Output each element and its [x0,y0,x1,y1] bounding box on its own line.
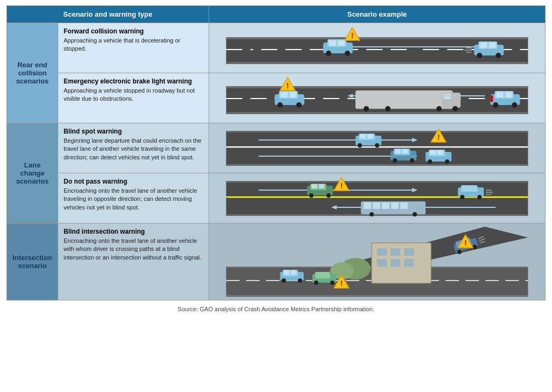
svg-point-34 [385,106,391,111]
svg-rect-49 [290,92,296,97]
svg-rect-123 [391,259,401,267]
svg-point-142 [314,281,319,285]
svg-point-23 [345,51,350,56]
header-col1: Scenario and warning type [7,6,209,23]
svg-point-50 [278,102,283,108]
svg-rect-76 [360,134,366,138]
svg-rect-28 [226,112,528,114]
forward-collision-title: Forward collision warning [64,27,203,35]
lane-change-label: Lane changescenarios [7,123,58,223]
svg-rect-77 [368,134,373,138]
svg-rect-27 [226,86,528,88]
svg-point-139 [298,278,302,283]
blind-intersection-title: Blind intersection warning [64,228,203,235]
svg-text:!: ! [437,133,440,142]
svg-point-138 [282,278,286,283]
svg-rect-84 [226,214,528,216]
svg-point-45 [512,102,518,108]
svg-rect-124 [404,259,414,267]
rear-end-label: Rear endcollisionscenarios [7,23,58,123]
svg-rect-141 [315,272,330,278]
svg-point-79 [375,143,380,148]
svg-rect-64 [430,150,436,155]
svg-rect-93 [382,202,390,209]
blind-spot-title: Blind spot warning [64,128,203,135]
svg-rect-95 [401,202,408,209]
svg-rect-1 [226,37,528,39]
svg-point-14 [496,53,501,58]
svg-point-66 [428,159,432,164]
svg-point-44 [493,102,499,108]
emergency-brake-title: Emergency electronic brake light warning [64,78,203,85]
svg-rect-12 [489,43,496,48]
svg-point-51 [296,102,302,108]
svg-rect-91 [364,202,371,209]
svg-point-143 [330,281,335,285]
source-note: Source: GAO analysis of Crash Avoidance … [6,306,546,312]
svg-rect-100 [312,184,318,188]
blind-spot-desc: Blind spot warning Beginning lane depart… [58,123,209,173]
blind-intersection-text: Encroaching onto the travel lane of anot… [64,237,203,262]
forward-collision-text: Approaching a vehicle that is decelerati… [64,37,203,53]
svg-rect-65 [438,150,443,155]
svg-point-97 [413,212,417,216]
svg-text:!: ! [464,239,467,247]
svg-text:!: ! [286,81,289,90]
svg-rect-41 [496,92,503,97]
svg-point-72 [393,158,397,163]
svg-point-13 [477,53,482,58]
blind-spot-text: Beginning lane departure that could encr… [64,137,203,162]
svg-rect-105 [461,185,478,192]
svg-rect-42 [506,92,512,97]
svg-rect-119 [377,248,387,256]
svg-text:!: ! [340,279,343,288]
svg-rect-94 [391,202,399,209]
svg-rect-121 [404,248,414,256]
blind-spot-scene: ! [209,123,546,173]
svg-point-33 [364,106,369,111]
svg-rect-136 [284,270,289,275]
svg-rect-122 [377,259,387,267]
svg-point-35 [437,106,442,111]
svg-point-78 [358,143,362,148]
svg-rect-55 [226,131,528,132]
svg-text:!: ! [351,31,354,40]
svg-rect-71 [403,149,408,153]
main-table: Scenario and warning type Scenario examp… [6,5,546,300]
svg-rect-21 [339,40,345,46]
do-not-pass-title: Do not pass warning [64,178,203,185]
svg-rect-70 [395,149,401,153]
blind-intersection-desc: Blind intersection warning Encroaching o… [58,223,209,300]
svg-rect-20 [329,40,336,46]
svg-point-106 [460,195,465,199]
svg-rect-43 [491,95,493,102]
intersection-label: Intersectionscenario [7,223,58,300]
svg-point-103 [327,193,331,198]
blind-intersection-scene: ! ! [209,223,546,300]
svg-point-22 [326,51,332,56]
svg-point-96 [370,212,374,216]
emergency-brake-scene: ! [209,73,546,123]
svg-rect-83 [226,181,528,183]
forward-collision-scene: ! [209,23,546,73]
svg-rect-2 [226,62,528,64]
svg-point-107 [478,195,482,199]
svg-point-67 [445,159,450,164]
svg-point-73 [410,158,415,163]
svg-rect-11 [480,43,487,48]
svg-point-102 [309,193,314,198]
forward-collision-desc: Forward collision warning Approaching a … [58,23,209,73]
svg-rect-30 [356,90,453,109]
header-col2: Scenario example [209,6,546,23]
do-not-pass-scene: ! [209,173,546,223]
svg-text:!: ! [340,181,343,190]
svg-rect-101 [319,184,325,188]
svg-rect-120 [391,248,401,256]
svg-rect-92 [373,202,381,209]
do-not-pass-text: Encroaching onto the travel lane of anot… [64,187,203,212]
emergency-brake-text: Approaching a vehicle stopped in roadway… [64,87,203,103]
svg-point-36 [453,106,458,111]
do-not-pass-desc: Do not pass warning Encroaching onto the… [58,173,209,223]
svg-rect-56 [226,164,528,166]
emergency-brake-desc: Emergency electronic brake light warning… [58,73,209,123]
